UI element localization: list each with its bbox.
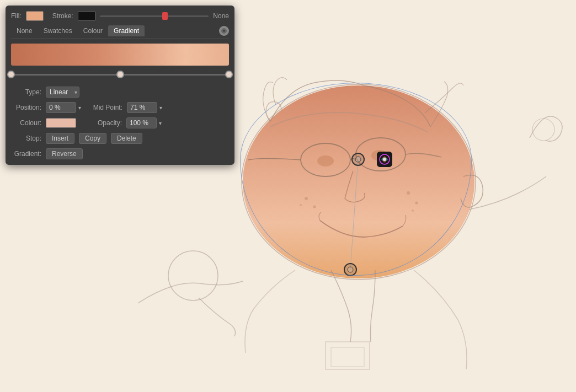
fill-label: Fill:: [11, 12, 22, 20]
gradient-stop-left[interactable]: [7, 71, 15, 78]
midpoint-dropdown-arrow[interactable]: ▾: [159, 105, 162, 111]
type-label: Type:: [11, 88, 41, 96]
midpoint-input[interactable]: [127, 102, 157, 113]
copy-stop-button[interactable]: Copy: [79, 133, 106, 144]
position-dropdown-arrow[interactable]: ▾: [78, 105, 81, 111]
gradient-slider-row[interactable]: [11, 68, 229, 81]
type-row: Type: Linear Radial: [11, 87, 229, 98]
insert-stop-button[interactable]: Insert: [46, 133, 74, 144]
brush-icon[interactable]: [219, 26, 229, 36]
gradient-stop-right[interactable]: [225, 71, 233, 78]
tabs-row: None Swatches Colour Gradient: [11, 25, 229, 39]
position-input[interactable]: [46, 102, 76, 113]
svg-point-24: [383, 158, 386, 161]
stroke-label: Stroke:: [52, 12, 73, 20]
tab-gradient[interactable]: Gradient: [108, 25, 145, 36]
fill-stroke-row: Fill: Stroke: None: [11, 11, 229, 21]
reverse-gradient-button[interactable]: Reverse: [46, 148, 83, 159]
tab-none[interactable]: None: [11, 25, 38, 36]
fill-swatch[interactable]: [26, 11, 44, 21]
midpoint-label: Mid Point:: [92, 104, 122, 111]
stroke-none-label: None: [213, 12, 229, 20]
stroke-slider-container[interactable]: [100, 11, 209, 21]
gradient-preview[interactable]: [11, 44, 229, 66]
delete-stop-button[interactable]: Delete: [111, 133, 142, 144]
tab-swatches[interactable]: Swatches: [38, 25, 78, 36]
colour-swatch[interactable]: [46, 118, 76, 128]
opacity-label: Opacity:: [92, 119, 122, 127]
tab-colour[interactable]: Colour: [78, 25, 108, 36]
position-label: Position:: [11, 104, 41, 111]
midpoint-field-group: ▾: [127, 102, 162, 113]
stroke-slider-track: [100, 15, 209, 17]
gradient-row: Gradient: Reverse: [11, 148, 229, 159]
pos-mid-row: Position: ▾ Mid Point: ▾: [11, 102, 229, 113]
type-select[interactable]: Linear Radial: [46, 87, 79, 98]
gradient-panel: Fill: Stroke: None None Swatches Colour …: [6, 6, 234, 165]
opacity-input[interactable]: [126, 117, 157, 128]
gradient-stop-mid[interactable]: [116, 71, 124, 78]
stop-label: Stop:: [11, 135, 41, 142]
opacity-dropdown-arrow[interactable]: ▾: [159, 120, 162, 126]
opacity-field-group: ▾: [126, 117, 162, 128]
gradient-label: Gradient:: [11, 150, 41, 158]
position-field-group: ▾: [46, 102, 81, 113]
gradient-slider-track: [11, 74, 229, 76]
stroke-slider-thumb[interactable]: [162, 12, 168, 20]
colour-label: Colour:: [11, 119, 41, 127]
stop-row: Stop: Insert Copy Delete: [11, 133, 229, 144]
type-select-wrapper[interactable]: Linear Radial: [46, 87, 79, 98]
colour-row: Colour: Opacity: ▾: [11, 117, 229, 128]
stroke-swatch[interactable]: [78, 11, 95, 21]
app-icon: [377, 152, 392, 167]
